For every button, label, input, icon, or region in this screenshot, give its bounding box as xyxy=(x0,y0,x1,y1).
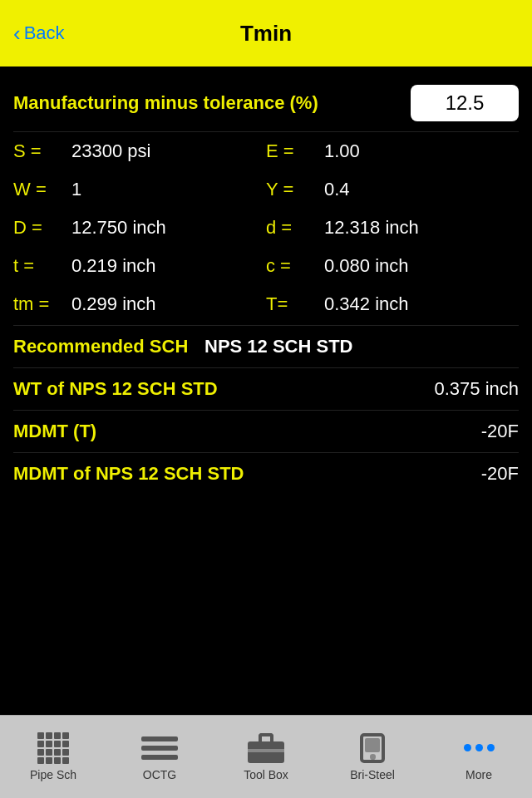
t-value: 0.219 inch xyxy=(71,255,156,277)
tm-label: tm = xyxy=(13,293,71,315)
tab-toolbox[interactable]: Tool Box xyxy=(213,716,319,799)
w-col: W = 1 xyxy=(13,179,266,200)
grid-icon xyxy=(35,733,71,763)
tab-octg[interactable]: OCTG xyxy=(106,716,213,799)
s-value: 23300 psi xyxy=(71,140,150,162)
main-content: Manufacturing minus tolerance (%) S = 23… xyxy=(0,66,532,715)
d-col: d = 12.318 inch xyxy=(266,217,519,239)
c-col: c = 0.080 inch xyxy=(266,255,519,277)
page-title: Tmin xyxy=(240,21,292,47)
D-value: 12.750 inch xyxy=(71,217,166,239)
tmT-row: tm = 0.299 inch T= 0.342 inch xyxy=(13,285,519,323)
w-value: 1 xyxy=(71,179,81,200)
rec-sch-label: Recommended SCH xyxy=(13,336,204,357)
tolerance-label: Manufacturing minus tolerance (%) xyxy=(13,91,411,116)
wt-row: WT of NPS 12 SCH STD 0.375 inch xyxy=(13,370,519,408)
e-value: 1.00 xyxy=(324,140,360,162)
e-col: E = 1.00 xyxy=(266,140,519,162)
divider-3 xyxy=(13,410,519,411)
back-chevron-icon: ‹ xyxy=(13,22,21,44)
lines-icon xyxy=(141,733,178,763)
tab-pipe-sch-label: Pipe Sch xyxy=(30,768,76,781)
mdmt-nps-row: MDMT of NPS 12 SCH STD -20F xyxy=(13,455,519,493)
tab-bar: Pipe Sch OCTG Tool Box xyxy=(0,715,532,798)
tab-toolbox-label: Tool Box xyxy=(244,768,288,781)
d-label: d = xyxy=(266,217,324,239)
t-label: t = xyxy=(13,255,71,277)
tolerance-input[interactable] xyxy=(411,85,519,121)
tc-row: t = 0.219 inch c = 0.080 inch xyxy=(13,247,519,285)
T-col: T= 0.342 inch xyxy=(266,293,519,315)
more-icon xyxy=(461,733,497,763)
mdmt-row: MDMT (T) -20F xyxy=(13,412,519,451)
T-value: 0.342 inch xyxy=(324,293,409,315)
tab-octg-label: OCTG xyxy=(143,768,176,781)
mdmt-label: MDMT (T) xyxy=(13,421,96,442)
tab-more-label: More xyxy=(466,768,492,781)
tm-value: 0.299 inch xyxy=(71,293,156,315)
back-label: Back xyxy=(24,22,65,44)
y-value: 0.4 xyxy=(324,179,350,200)
divider-4 xyxy=(13,452,519,453)
mdmt-value: -20F xyxy=(481,421,519,442)
tab-pipe-sch[interactable]: Pipe Sch xyxy=(0,716,106,799)
tab-bristeel[interactable]: Bri-Steel xyxy=(319,716,426,799)
c-label: c = xyxy=(266,255,324,277)
D-col: D = 12.750 inch xyxy=(13,217,266,239)
tab-more[interactable]: More xyxy=(426,716,532,799)
tab-bristeel-label: Bri-Steel xyxy=(350,768,395,781)
t-col: t = 0.219 inch xyxy=(13,255,266,277)
se-row: S = 23300 psi E = 1.00 xyxy=(13,132,519,170)
divider-1 xyxy=(13,325,519,326)
D-label: D = xyxy=(13,217,71,239)
c-value: 0.080 inch xyxy=(324,255,409,277)
rec-sch-value: NPS 12 SCH STD xyxy=(204,336,353,357)
rec-sch-row: Recommended SCH NPS 12 SCH STD xyxy=(13,328,519,366)
y-label: Y = xyxy=(266,179,324,200)
T-label: T= xyxy=(266,293,324,315)
phone-icon xyxy=(354,733,391,763)
tm-col: tm = 0.299 inch xyxy=(13,293,266,315)
e-label: E = xyxy=(266,140,324,162)
wy-row: W = 1 Y = 0.4 xyxy=(13,170,519,209)
y-col: Y = 0.4 xyxy=(266,179,519,200)
wt-value: 0.375 inch xyxy=(434,378,519,400)
s-label: S = xyxy=(13,140,71,162)
s-col: S = 23300 psi xyxy=(13,140,266,162)
tolerance-row: Manufacturing minus tolerance (%) xyxy=(13,75,519,132)
header: ‹ Back Tmin xyxy=(0,0,532,66)
back-button[interactable]: ‹ Back xyxy=(13,22,65,44)
wt-label: WT of NPS 12 SCH STD xyxy=(13,378,218,400)
w-label: W = xyxy=(13,179,71,200)
mdmt-nps-value: -20F xyxy=(481,463,519,485)
toolbox-icon xyxy=(248,733,284,763)
dd-row: D = 12.750 inch d = 12.318 inch xyxy=(13,209,519,247)
mdmt-nps-label: MDMT of NPS 12 SCH STD xyxy=(13,463,244,485)
divider-2 xyxy=(13,367,519,368)
d-value: 12.318 inch xyxy=(324,217,419,239)
